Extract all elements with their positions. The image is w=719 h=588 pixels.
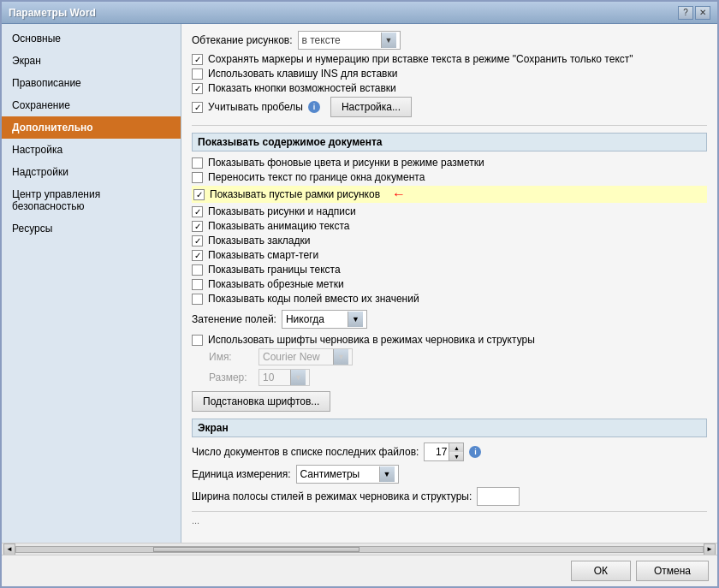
ok-button[interactable]: ОК (571, 561, 631, 581)
checkbox-smart-tags[interactable] (192, 250, 203, 261)
main-content: Обтекание рисунков: в тексте ▼ Сохранять… (181, 24, 717, 543)
show-checkbox-8: Показывать обрезные метки (192, 278, 707, 290)
scrollbar-thumb[interactable] (153, 547, 360, 552)
checkbox-draft-fonts[interactable] (192, 335, 203, 346)
checkbox-text-borders[interactable] (192, 264, 203, 276)
checkbox-bg-colors-label: Показывать фоновые цвета и рисунки в реж… (208, 157, 484, 169)
units-value: Сантиметры (300, 468, 360, 480)
checkbox-wrap-text-label: Переносить текст по границе окна докумен… (208, 171, 425, 183)
font-name-row: Имя: Courier New ▼ (209, 348, 707, 365)
style-width-row: Ширина полосы стилей в режимах черновика… (192, 487, 707, 506)
checkbox-bookmarks-label: Показывать закладки (208, 235, 310, 246)
style-width-label: Ширина полосы стилей в режимах черновика… (192, 490, 472, 502)
spinner-down-btn[interactable]: ▼ (449, 452, 463, 460)
sidebar-item-sohranenie[interactable]: Сохранение (2, 94, 181, 116)
draft-fonts-row: Использовать шрифты черновика в режимах … (192, 334, 707, 346)
close-button[interactable]: ✕ (695, 6, 710, 20)
checkbox-bookmarks[interactable] (192, 235, 203, 246)
checkbox-markers[interactable] (192, 54, 203, 65)
sidebar-item-ekran[interactable]: Экран (2, 50, 181, 72)
show-checkbox-4: Показывать анимацию текста (192, 220, 707, 232)
font-name-arrow[interactable]: ▼ (333, 349, 348, 365)
style-width-input[interactable]: 0 см (477, 487, 520, 506)
checkbox-smart-tags-label: Показывать смарт-теги (208, 249, 318, 261)
checkbox-row-0: Сохранять маркеры и нумерацию при вставк… (192, 53, 707, 65)
checkbox-empty-frames-label: Показывать пустые рамки рисунков (210, 188, 380, 200)
sidebar-item-security[interactable]: Центр управления безопасностью (2, 183, 181, 217)
recent-docs-input[interactable]: 17 (425, 446, 449, 458)
horizontal-scrollbar: ◄ ► (2, 543, 717, 555)
scrollbar-track[interactable] (15, 546, 704, 553)
help-button[interactable]: ? (678, 6, 693, 20)
sidebar-item-resursy[interactable]: Ресурсы (2, 217, 181, 240)
units-arrow[interactable]: ▼ (379, 466, 395, 482)
recent-docs-spinner[interactable]: 17 ▲ ▼ (424, 442, 464, 461)
checkbox-animation[interactable] (192, 221, 203, 232)
font-size-label: Размер: (209, 371, 252, 383)
units-row: Единица измерения: Сантиметры ▼ (192, 465, 707, 484)
checkbox-empty-frames[interactable] (193, 189, 205, 200)
units-label: Единица измерения: (192, 468, 291, 480)
scroll-right-btn[interactable]: ► (704, 543, 716, 555)
show-checkbox-9: Показывать коды полей вместо их значений (192, 293, 707, 305)
checkbox-crop-marks[interactable] (192, 279, 203, 290)
font-size-arrow[interactable]: ▼ (290, 370, 306, 385)
dialog-title: Параметры Word (9, 7, 96, 19)
wrapping-value: в тексте (302, 34, 341, 46)
settings-button[interactable]: Настройка... (330, 97, 412, 117)
screen-section-header: Экран (192, 419, 707, 437)
cancel-button[interactable]: Отмена (636, 561, 709, 581)
checkbox-show-images[interactable] (192, 206, 203, 217)
recent-docs-label: Число документов в списке последних файл… (192, 446, 419, 458)
checkbox-paste-btn[interactable] (192, 83, 203, 94)
partial-bottom: ... (192, 511, 707, 526)
wrapping-row: Обтекание рисунков: в тексте ▼ (192, 31, 707, 50)
sidebar-item-osnovnye[interactable]: Основные (2, 27, 181, 50)
field-shading-arrow[interactable]: ▼ (348, 312, 363, 327)
checkbox-row-3: Учитывать пробелы i Настройка... (192, 97, 707, 117)
sidebar-item-nadstroiki[interactable]: Надстройки (2, 161, 181, 183)
field-shading-label: Затенение полей: (192, 313, 276, 325)
checkbox-spaces[interactable] (192, 102, 203, 113)
checkbox-field-codes[interactable] (192, 294, 203, 305)
substitute-button[interactable]: Подстановка шрифтов... (192, 391, 330, 412)
checkbox-ins-label: Использовать клавишу INS для вставки (208, 68, 397, 80)
top-partial-section: Обтекание рисунков: в тексте ▼ Сохранять… (192, 31, 707, 126)
checkbox-show-images-label: Показывать рисунки и надписи (208, 205, 356, 217)
font-name-value: Courier New (263, 351, 320, 363)
show-section-header: Показывать содержимое документа (192, 133, 707, 151)
checkbox-ins[interactable] (192, 68, 203, 80)
dialog-footer: ОК Отмена (2, 555, 717, 586)
font-name-dropdown[interactable]: Courier New ▼ (258, 348, 353, 365)
wrapping-dropdown-arrow[interactable]: ▼ (381, 33, 396, 48)
sidebar-item-dopolnitelno[interactable]: Дополнительно (2, 116, 181, 139)
checkbox-bg-colors[interactable] (192, 157, 203, 169)
show-checkbox-0: Показывать фоновые цвета и рисунки в реж… (192, 157, 707, 169)
field-shading-dropdown[interactable]: Никогда ▼ (282, 310, 367, 329)
field-shading-row: Затенение полей: Никогда ▼ (192, 310, 707, 329)
checkbox-wrap-text[interactable] (192, 172, 203, 183)
checkbox-markers-label: Сохранять маркеры и нумерацию при вставк… (208, 53, 633, 65)
wrapping-label: Обтекание рисунков: (192, 34, 293, 46)
checkbox-spaces-label: Учитывать пробелы (208, 101, 303, 113)
units-dropdown[interactable]: Сантиметры ▼ (296, 465, 399, 484)
checkbox-draft-fonts-label: Использовать шрифты черновика в режимах … (208, 334, 535, 346)
checkbox-field-codes-label: Показывать коды полей вместо их значений (208, 293, 419, 305)
field-shading-value: Никогда (286, 313, 324, 325)
font-size-dropdown[interactable]: 10 ▼ (258, 369, 310, 386)
sidebar-item-nastroika[interactable]: Настройка (2, 139, 181, 161)
checkbox-crop-marks-label: Показывать обрезные метки (208, 278, 344, 290)
show-checkbox-2: Показывать пустые рамки рисунков ← (192, 186, 707, 203)
sidebar-item-pravopisanie[interactable]: Правописание (2, 72, 181, 94)
spinner-up-btn[interactable]: ▲ (449, 443, 463, 452)
show-checkbox-6: Показывать смарт-теги (192, 249, 707, 261)
dialog-body: Основные Экран Правописание Сохранение Д… (2, 24, 717, 543)
title-bar-buttons: ? ✕ (678, 6, 710, 20)
wrapping-dropdown[interactable]: в тексте ▼ (298, 31, 401, 50)
font-size-row: Размер: 10 ▼ (209, 369, 707, 386)
checkbox-row-1: Использовать клавишу INS для вставки (192, 68, 707, 80)
info-icon-spaces: i (308, 101, 320, 113)
show-checkbox-5: Показывать закладки (192, 235, 707, 246)
scroll-left-btn[interactable]: ◄ (3, 543, 15, 555)
spinner-arrows: ▲ ▼ (449, 443, 463, 460)
